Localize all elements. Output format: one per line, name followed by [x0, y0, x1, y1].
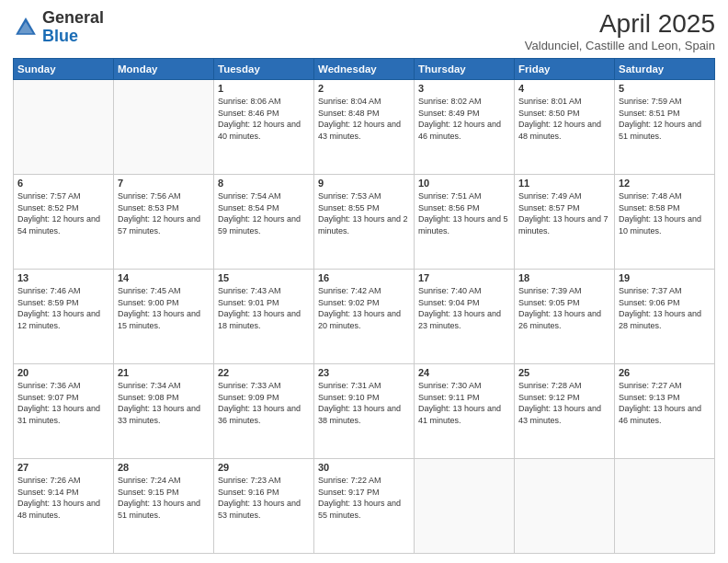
day-number: 5: [619, 83, 711, 94]
day-info: Sunrise: 8:06 AM Sunset: 8:46 PM Dayligh…: [218, 96, 310, 142]
calendar-cell: 24Sunrise: 7:30 AM Sunset: 9:11 PM Dayli…: [415, 364, 515, 459]
calendar-cell: 21Sunrise: 7:34 AM Sunset: 9:08 PM Dayli…: [114, 364, 214, 459]
day-info: Sunrise: 7:45 AM Sunset: 9:00 PM Dayligh…: [118, 285, 210, 331]
day-info: Sunrise: 7:39 AM Sunset: 9:05 PM Dayligh…: [518, 285, 610, 331]
logo-text: General Blue: [42, 9, 104, 46]
calendar-cell: 8Sunrise: 7:54 AM Sunset: 8:54 PM Daylig…: [214, 175, 314, 270]
calendar-table: SundayMondayTuesdayWednesdayThursdayFrid…: [13, 58, 715, 554]
day-info: Sunrise: 7:26 AM Sunset: 9:14 PM Dayligh…: [17, 475, 109, 521]
calendar-cell: 19Sunrise: 7:37 AM Sunset: 9:06 PM Dayli…: [615, 270, 715, 364]
calendar-cell: 7Sunrise: 7:56 AM Sunset: 8:53 PM Daylig…: [114, 175, 214, 270]
calendar-cell: [515, 459, 615, 554]
day-number: 14: [118, 272, 210, 283]
day-number: 9: [318, 178, 410, 189]
week-row-1: 1Sunrise: 8:06 AM Sunset: 8:46 PM Daylig…: [14, 80, 715, 175]
day-info: Sunrise: 7:23 AM Sunset: 9:16 PM Dayligh…: [218, 475, 310, 521]
day-number: 19: [619, 272, 711, 283]
calendar-body: 1Sunrise: 8:06 AM Sunset: 8:46 PM Daylig…: [14, 80, 715, 554]
weekday-header-tuesday: Tuesday: [214, 59, 314, 80]
calendar-cell: 3Sunrise: 8:02 AM Sunset: 8:49 PM Daylig…: [415, 80, 515, 175]
day-info: Sunrise: 7:46 AM Sunset: 8:59 PM Dayligh…: [17, 285, 109, 331]
day-number: 3: [418, 83, 510, 94]
calendar-cell: 29Sunrise: 7:23 AM Sunset: 9:16 PM Dayli…: [214, 459, 314, 554]
day-info: Sunrise: 7:43 AM Sunset: 9:01 PM Dayligh…: [218, 285, 310, 331]
day-info: Sunrise: 7:27 AM Sunset: 9:13 PM Dayligh…: [619, 380, 711, 426]
day-info: Sunrise: 8:01 AM Sunset: 8:50 PM Dayligh…: [518, 96, 610, 142]
weekday-header-monday: Monday: [114, 59, 214, 80]
day-info: Sunrise: 7:59 AM Sunset: 8:51 PM Dayligh…: [619, 96, 711, 142]
day-number: 17: [418, 272, 510, 283]
calendar-cell: 13Sunrise: 7:46 AM Sunset: 8:59 PM Dayli…: [14, 270, 114, 364]
day-number: 23: [318, 367, 410, 378]
day-info: Sunrise: 7:57 AM Sunset: 8:52 PM Dayligh…: [17, 190, 109, 236]
day-info: Sunrise: 7:48 AM Sunset: 8:58 PM Dayligh…: [619, 190, 711, 236]
calendar-cell: 20Sunrise: 7:36 AM Sunset: 9:07 PM Dayli…: [14, 364, 114, 459]
day-number: 1: [218, 83, 310, 94]
day-number: 29: [218, 462, 310, 473]
day-number: 21: [118, 367, 210, 378]
day-info: Sunrise: 7:42 AM Sunset: 9:02 PM Dayligh…: [318, 285, 410, 331]
day-number: 4: [518, 83, 610, 94]
day-info: Sunrise: 7:37 AM Sunset: 9:06 PM Dayligh…: [619, 285, 711, 331]
calendar-header: SundayMondayTuesdayWednesdayThursdayFrid…: [14, 59, 715, 80]
day-number: 13: [17, 272, 109, 283]
header: General Blue April 2025 Valdunciel, Cast…: [13, 9, 715, 52]
day-number: 26: [619, 367, 711, 378]
week-row-3: 13Sunrise: 7:46 AM Sunset: 8:59 PM Dayli…: [14, 270, 715, 364]
day-info: Sunrise: 7:53 AM Sunset: 8:55 PM Dayligh…: [318, 190, 410, 236]
weekday-header-friday: Friday: [515, 59, 615, 80]
week-row-5: 27Sunrise: 7:26 AM Sunset: 9:14 PM Dayli…: [14, 459, 715, 554]
calendar-cell: 17Sunrise: 7:40 AM Sunset: 9:04 PM Dayli…: [415, 270, 515, 364]
calendar-cell: 14Sunrise: 7:45 AM Sunset: 9:00 PM Dayli…: [114, 270, 214, 364]
day-info: Sunrise: 7:33 AM Sunset: 9:09 PM Dayligh…: [218, 380, 310, 426]
title-location: Valdunciel, Castille and Leon, Spain: [525, 39, 715, 52]
day-info: Sunrise: 7:28 AM Sunset: 9:12 PM Dayligh…: [518, 380, 610, 426]
day-number: 2: [318, 83, 410, 94]
calendar-cell: 5Sunrise: 7:59 AM Sunset: 8:51 PM Daylig…: [615, 80, 715, 175]
day-number: 27: [17, 462, 109, 473]
day-number: 16: [318, 272, 410, 283]
calendar-cell: 30Sunrise: 7:22 AM Sunset: 9:17 PM Dayli…: [314, 459, 415, 554]
calendar-cell: 27Sunrise: 7:26 AM Sunset: 9:14 PM Dayli…: [14, 459, 114, 554]
week-row-2: 6Sunrise: 7:57 AM Sunset: 8:52 PM Daylig…: [14, 175, 715, 270]
day-number: 6: [17, 178, 109, 189]
calendar-cell: 9Sunrise: 7:53 AM Sunset: 8:55 PM Daylig…: [314, 175, 415, 270]
weekday-header-wednesday: Wednesday: [314, 59, 415, 80]
day-number: 30: [318, 462, 410, 473]
calendar-cell: 15Sunrise: 7:43 AM Sunset: 9:01 PM Dayli…: [214, 270, 314, 364]
calendar-cell: 25Sunrise: 7:28 AM Sunset: 9:12 PM Dayli…: [515, 364, 615, 459]
weekday-header-sunday: Sunday: [14, 59, 114, 80]
title-block: April 2025 Valdunciel, Castille and Leon…: [525, 9, 715, 52]
day-number: 20: [17, 367, 109, 378]
calendar-cell: 1Sunrise: 8:06 AM Sunset: 8:46 PM Daylig…: [214, 80, 314, 175]
day-info: Sunrise: 7:22 AM Sunset: 9:17 PM Dayligh…: [318, 475, 410, 521]
day-number: 25: [518, 367, 610, 378]
day-info: Sunrise: 7:40 AM Sunset: 9:04 PM Dayligh…: [418, 285, 510, 331]
calendar-cell: 18Sunrise: 7:39 AM Sunset: 9:05 PM Dayli…: [515, 270, 615, 364]
logo: General Blue: [13, 9, 104, 46]
calendar-cell: 28Sunrise: 7:24 AM Sunset: 9:15 PM Dayli…: [114, 459, 214, 554]
weekday-header-saturday: Saturday: [615, 59, 715, 80]
calendar-cell: 12Sunrise: 7:48 AM Sunset: 8:58 PM Dayli…: [615, 175, 715, 270]
weekday-header-row: SundayMondayTuesdayWednesdayThursdayFrid…: [14, 59, 715, 80]
logo-general: General: [42, 8, 104, 27]
title-month: April 2025: [525, 9, 715, 39]
page: General Blue April 2025 Valdunciel, Cast…: [0, 0, 728, 563]
calendar-cell: 10Sunrise: 7:51 AM Sunset: 8:56 PM Dayli…: [415, 175, 515, 270]
calendar-cell: 26Sunrise: 7:27 AM Sunset: 9:13 PM Dayli…: [615, 364, 715, 459]
day-number: 28: [118, 462, 210, 473]
calendar-cell: 6Sunrise: 7:57 AM Sunset: 8:52 PM Daylig…: [14, 175, 114, 270]
day-info: Sunrise: 8:04 AM Sunset: 8:48 PM Dayligh…: [318, 96, 410, 142]
day-number: 18: [518, 272, 610, 283]
calendar-cell: 4Sunrise: 8:01 AM Sunset: 8:50 PM Daylig…: [515, 80, 615, 175]
day-number: 22: [218, 367, 310, 378]
day-info: Sunrise: 7:34 AM Sunset: 9:08 PM Dayligh…: [118, 380, 210, 426]
calendar-cell: [114, 80, 214, 175]
calendar-cell: [615, 459, 715, 554]
day-info: Sunrise: 7:24 AM Sunset: 9:15 PM Dayligh…: [118, 475, 210, 521]
logo-icon: [13, 15, 39, 40]
calendar-cell: 22Sunrise: 7:33 AM Sunset: 9:09 PM Dayli…: [214, 364, 314, 459]
day-number: 24: [418, 367, 510, 378]
day-number: 15: [218, 272, 310, 283]
day-info: Sunrise: 7:51 AM Sunset: 8:56 PM Dayligh…: [418, 190, 510, 236]
